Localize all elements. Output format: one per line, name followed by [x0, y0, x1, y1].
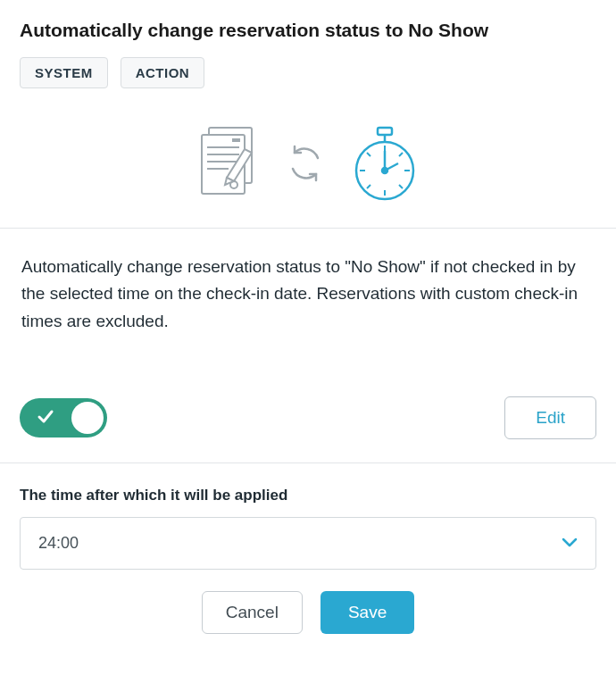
- sync-icon: [286, 144, 325, 183]
- chevron-down-icon: [562, 536, 578, 552]
- banner: [20, 115, 596, 228]
- svg-line-18: [367, 153, 370, 156]
- svg-line-21: [399, 185, 403, 188]
- tag-system: SYSTEM: [20, 57, 108, 88]
- svg-line-11: [385, 163, 398, 171]
- tag-action: ACTION: [121, 57, 205, 88]
- edit-button[interactable]: Edit: [504, 396, 596, 439]
- save-button[interactable]: Save: [320, 591, 414, 634]
- action-row: Cancel Save: [20, 570, 596, 634]
- description-text: Automatically change reservation status …: [20, 229, 596, 384]
- time-select-value: 24:00: [38, 534, 79, 553]
- time-field-label: The time after which it will be applied: [20, 487, 596, 504]
- page-title: Automatically change reservation status …: [20, 20, 596, 41]
- stopwatch-icon: [350, 124, 420, 203]
- toggle-knob: [71, 402, 104, 434]
- enable-toggle[interactable]: [20, 398, 107, 438]
- check-icon: [36, 406, 55, 429]
- svg-line-20: [367, 185, 370, 188]
- svg-rect-12: [378, 128, 392, 135]
- tag-row: SYSTEM ACTION: [20, 57, 596, 88]
- svg-rect-2: [232, 138, 240, 142]
- time-select[interactable]: 24:00: [20, 517, 596, 570]
- time-field-section: The time after which it will be applied …: [20, 463, 596, 570]
- toggle-row: Edit: [20, 384, 596, 462]
- svg-line-19: [399, 153, 403, 156]
- document-pencil-icon: [196, 126, 261, 201]
- cancel-button[interactable]: Cancel: [202, 591, 303, 634]
